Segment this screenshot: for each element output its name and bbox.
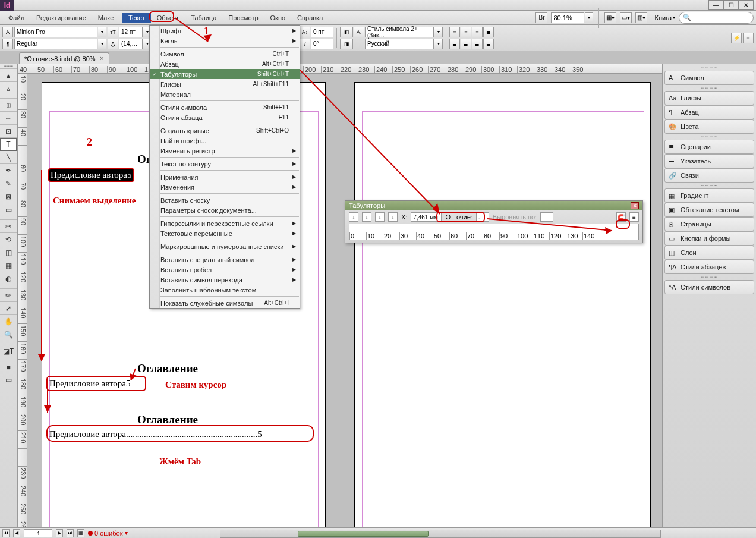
tab-center-icon[interactable]: ↓ — [362, 212, 371, 222]
menu-item-Вставить специальный символ[interactable]: Вставить специальный символ▶ — [150, 254, 300, 265]
tab-left-icon[interactable]: ↓ — [349, 212, 358, 222]
panel-Стили символов[interactable]: ᴬAСтили символов — [664, 280, 754, 294]
menu-item-Текст по контуру[interactable]: Текст по контуру▶ — [150, 159, 300, 169]
help-search[interactable]: 🔍 — [679, 12, 754, 24]
menu-item-Найти шрифт...[interactable]: Найти шрифт... — [150, 136, 300, 146]
tabs-x-value[interactable]: 7,461 мм — [411, 212, 442, 222]
para-mode-icon[interactable]: ¶ — [2, 39, 13, 49]
panel-Сценарии[interactable]: ≣Сценарии — [664, 140, 754, 154]
language[interactable]: Русский — [365, 39, 434, 49]
menu-item-Глифы[interactable]: ГлифыAlt+Shift+F11 — [150, 79, 300, 89]
quick-apply-icon[interactable]: ⚡ — [731, 33, 742, 43]
h-scrollbar[interactable] — [220, 530, 661, 538]
tabs-leader-value[interactable]: . — [476, 212, 489, 222]
workspace-label[interactable]: Книга — [654, 14, 672, 21]
dock-grip[interactable]: ┅┅┅┅ — [663, 86, 756, 90]
justify-icon[interactable]: ≣ — [483, 27, 494, 37]
tabs-menu-icon[interactable]: ≡ — [629, 212, 639, 222]
menu-item-Стили абзаца[interactable]: Стили абзацаF11 — [150, 112, 300, 122]
transform-tool[interactable]: ⟲ — [0, 233, 17, 246]
tabs-align-value[interactable] — [540, 212, 553, 222]
menu-item-Вставить сноску[interactable]: Вставить сноску — [150, 195, 300, 205]
panel-Стили абзацев[interactable]: ¶AСтили абзацев — [664, 260, 754, 274]
page-number[interactable]: 4 — [24, 529, 52, 537]
gap-tool[interactable]: ↔ — [0, 112, 17, 125]
leading[interactable]: (14,… — [119, 39, 143, 49]
menu-Справка[interactable]: Справка — [291, 13, 329, 23]
language-dd[interactable]: ▾ — [434, 39, 443, 49]
charstyle[interactable]: Стиль символа 2+ (Зак… — [365, 27, 434, 37]
content-tool[interactable]: ⊡ — [0, 125, 17, 138]
font-weight[interactable]: Regular — [14, 39, 97, 49]
page-last[interactable]: ⏭ — [67, 529, 74, 537]
panel-Обтекание текстом[interactable]: ▣Обтекание текстом — [664, 203, 754, 217]
page-first[interactable]: ⏮ — [2, 529, 10, 537]
tab-decimal-icon[interactable]: ↓ — [388, 212, 398, 222]
page-prev[interactable]: ◀ — [13, 529, 20, 537]
font-dd[interactable]: ▾ — [98, 27, 106, 37]
align-center-icon[interactable]: ≡ — [461, 27, 471, 37]
menu-item-Табуляторы[interactable]: ✓ТабуляторыShift+Ctrl+T — [150, 69, 300, 79]
panel-Цвета[interactable]: 🎨Цвета — [664, 119, 754, 134]
line-tool[interactable]: ╲ — [0, 151, 17, 164]
baseline[interactable]: 0 пт — [311, 27, 333, 37]
screen-mode[interactable]: ▭ — [0, 373, 17, 386]
menu-Окно[interactable]: Окно — [264, 13, 292, 23]
frame-tool[interactable]: ⊠ — [0, 190, 17, 203]
menu-item-Изменить регистр[interactable]: Изменить регистр▶ — [150, 146, 300, 156]
menu-Таблица[interactable]: Таблица — [185, 13, 222, 23]
panel-Абзац[interactable]: ¶Абзац — [664, 105, 754, 119]
menu-item-Изменения[interactable]: Изменения▶ — [150, 182, 300, 192]
direct-select-tool[interactable]: ▵ — [0, 82, 17, 95]
dock-grip[interactable]: ┅┅┅┅ — [663, 183, 756, 188]
page-spread[interactable]: Огл Предисловие автора5 Снимаем выделени… — [27, 74, 662, 538]
close-tab-icon[interactable]: ✕ — [99, 55, 104, 62]
preflight-status[interactable]: 0 ошибок ▾ — [88, 530, 128, 537]
dock-grip[interactable]: ┅┅┅┅ — [663, 65, 756, 70]
justify-all-icon[interactable]: ≣ — [483, 39, 494, 49]
pen-tool[interactable]: ✒ — [0, 164, 17, 177]
panel-Связи[interactable]: 🔗Связи — [664, 168, 754, 183]
bridge-icon[interactable]: Br — [536, 12, 547, 23]
menu-item-Создать кривые[interactable]: Создать кривыеShift+Ctrl+O — [150, 125, 300, 136]
justify-center-icon[interactable]: ≣ — [461, 39, 471, 49]
menu-item-Примечания[interactable]: Примечания▶ — [150, 172, 300, 182]
view-options-icon[interactable]: ▦▾ — [604, 12, 616, 23]
eyedrop-tool[interactable]: ⤢ — [0, 302, 17, 315]
screen-mode-icon[interactable]: ▭▾ — [620, 12, 632, 23]
gradient-feather-tool[interactable]: ◐ — [0, 272, 17, 285]
scissors-tool[interactable]: ✂ — [0, 220, 17, 233]
gradient-tool[interactable]: ▦ — [0, 259, 17, 272]
dock-grip[interactable]: ┅┅┅┅ — [663, 275, 756, 279]
tabs-ruler[interactable]: 0102030405060708090100110120130140 — [349, 224, 639, 240]
menu-item-Символ[interactable]: СимволCtrl+T — [150, 49, 300, 59]
panel-Градиент[interactable]: ▦Градиент — [664, 188, 754, 203]
menu-Объект[interactable]: Объект — [151, 13, 185, 23]
selected-text[interactable]: Предисловие автора5 — [48, 168, 134, 182]
menu-Файл[interactable]: Файл — [2, 13, 30, 23]
align-right-icon[interactable]: ≡ — [472, 27, 483, 37]
selection-tool[interactable]: ▴ — [0, 69, 17, 82]
menu-item-Заполнить шаблонным текстом[interactable]: Заполнить шаблонным текстом — [150, 285, 300, 295]
align-left-icon[interactable]: ≡ — [449, 27, 460, 37]
zoom-tool[interactable]: 🔍 — [0, 328, 17, 341]
panel-Страницы[interactable]: ⎘Страницы — [664, 217, 754, 231]
dock-grip[interactable]: ┅┅┅┅ — [663, 134, 756, 139]
menu-item-Вставить пробел[interactable]: Вставить пробел▶ — [150, 265, 300, 275]
menu-item-Кегль[interactable]: Кегль▶ — [150, 36, 300, 46]
note-tool[interactable]: ✑ — [0, 289, 17, 302]
fill-swatch[interactable]: ◧ — [340, 27, 353, 37]
menu-item-Вставить символ перехода[interactable]: Вставить символ перехода▶ — [150, 275, 300, 285]
panel-Глифы[interactable]: AaГлифы — [664, 91, 754, 105]
type-tool[interactable]: T — [0, 138, 17, 151]
panel-Указатель[interactable]: ☰Указатель — [664, 154, 754, 168]
menu-Редактирование[interactable]: Редактирование — [30, 13, 92, 23]
justify-right-icon[interactable]: ≣ — [472, 39, 483, 49]
arrange-icon[interactable]: ▥▾ — [635, 12, 647, 23]
tabs-panel-close[interactable]: ✕ — [631, 202, 639, 209]
page-next[interactable]: ▶ — [56, 529, 63, 537]
skew[interactable]: 0° — [311, 39, 333, 49]
h-scroll-thumb[interactable] — [298, 531, 429, 537]
hand-tool[interactable]: ✋ — [0, 315, 17, 328]
menu-item-Параметры сносок документа...[interactable]: Параметры сносок документа... — [150, 205, 300, 215]
